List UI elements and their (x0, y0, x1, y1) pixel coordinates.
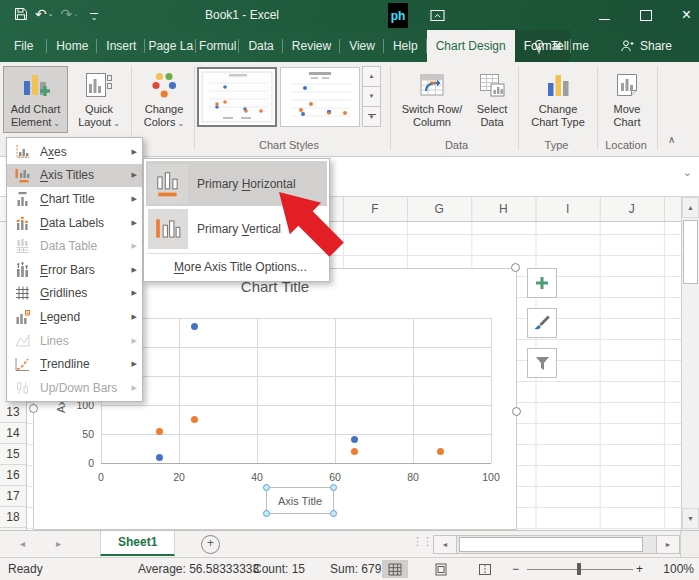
column-header-f[interactable]: F (343, 197, 407, 221)
save-button[interactable] (14, 7, 28, 21)
collapse-ribbon-button[interactable]: ∧ (668, 134, 675, 145)
ribbon-display-options-button[interactable] (430, 8, 445, 26)
row-header-16[interactable]: 16 (0, 465, 26, 486)
page-break-view-button[interactable] (472, 560, 498, 578)
chart-filters-button[interactable] (527, 348, 557, 378)
menu-item-gridlines[interactable]: Gridlines▶ (7, 282, 142, 306)
row-header-18[interactable]: 18 (0, 507, 26, 528)
row-header-14[interactable]: 14 (0, 423, 26, 444)
menu-item-legend[interactable]: Legend▶ (7, 305, 142, 329)
chart-style-thumbnail-1[interactable] (197, 67, 277, 127)
zoom-level[interactable]: 100% (656, 562, 694, 576)
horizontal-scrollbar[interactable] (456, 535, 657, 554)
resize-handle[interactable] (263, 484, 270, 491)
data-point[interactable] (351, 436, 358, 443)
tab-file[interactable]: File (0, 30, 47, 62)
gallery-more-button[interactable]: ▼ (362, 106, 381, 127)
data-point[interactable] (437, 448, 444, 455)
menu-item-data-labels[interactable]: Data Labels▶ (7, 211, 142, 235)
gallery-down-button[interactable]: ▼ (362, 86, 381, 107)
scroll-up-button[interactable]: ▲ (682, 197, 699, 218)
data-point[interactable] (191, 323, 198, 330)
row-header-15[interactable]: 15 (0, 444, 26, 465)
menu-item-axis-titles[interactable]: Axis Titles▶ (7, 164, 142, 188)
gallery-up-button[interactable]: ▲ (362, 66, 381, 87)
chart-elements-button[interactable] (527, 268, 557, 298)
chart-selection-handle[interactable] (511, 263, 520, 272)
quick-layout-button[interactable]: Quick Layout⌄ (70, 66, 128, 133)
tab-page-la[interactable]: Page La (145, 30, 196, 62)
menu-item-trendline[interactable]: Trendline▶ (7, 352, 142, 376)
minimize-button[interactable] (599, 11, 610, 20)
data-point[interactable] (156, 428, 163, 435)
normal-view-button[interactable] (382, 560, 408, 578)
menu-item-chart-title[interactable]: Chart Title▶ (7, 187, 142, 211)
next-sheet-button[interactable]: ▸ (56, 538, 61, 549)
column-header-g[interactable]: G (407, 197, 471, 221)
tab-scroll-splitter[interactable]: ⋮⋮ (412, 535, 432, 548)
resize-handle[interactable] (263, 510, 270, 517)
data-point[interactable] (156, 454, 163, 461)
add-chart-element-button[interactable]: Add Chart Element⌄ (3, 66, 68, 133)
menu-item-error-bars[interactable]: Error Bars▶ (7, 258, 142, 282)
formula-bar-expand-icon[interactable]: ⌄ (683, 166, 692, 179)
switch-row-column-button[interactable]: Switch Row/ Column (398, 66, 466, 133)
zoom-out-button[interactable]: − (512, 562, 519, 576)
redo-button[interactable]: ↷⌄ (61, 4, 80, 24)
chart-selection-handle[interactable] (512, 407, 521, 416)
column-header-h[interactable]: H (471, 197, 535, 221)
vertical-scroll-thumb[interactable] (683, 220, 698, 284)
data-point[interactable] (191, 416, 198, 423)
menu-item-axes[interactable]: Axes▶ (7, 140, 142, 164)
zoom-in-button[interactable]: + (636, 562, 643, 576)
page-layout-view-button[interactable] (428, 560, 454, 578)
horizontal-scroll-thumb[interactable] (459, 537, 643, 552)
menu-item-lines[interactable]: Lines▶ (7, 329, 142, 353)
group-label-chart-styles: Chart Styles (197, 139, 381, 151)
move-chart-button[interactable]: Move Chart (601, 66, 653, 133)
column-header-i[interactable]: I (536, 197, 600, 221)
maximize-button[interactable] (640, 10, 652, 21)
resize-handle[interactable] (330, 510, 337, 517)
up-down-bars-icon (12, 380, 33, 396)
scroll-down-button[interactable]: ▼ (682, 508, 699, 529)
tab-review[interactable]: Review (283, 30, 340, 62)
menu-item-data-table[interactable]: Data Table▶ (7, 234, 142, 258)
tab-formul[interactable]: Formul (196, 30, 239, 62)
column-header-j[interactable]: J (600, 197, 664, 221)
row-header-17[interactable]: 17 (0, 486, 26, 507)
zoom-slider-thumb[interactable] (577, 563, 581, 575)
undo-button[interactable]: ↶⌄ (35, 4, 54, 24)
tell-me-button[interactable]: Tell me (533, 30, 589, 62)
share-button[interactable]: Share (620, 30, 672, 62)
gridline-y-200 (101, 347, 491, 348)
scroll-left-button[interactable]: ◄ (433, 535, 457, 554)
tab-help[interactable]: Help (384, 30, 427, 62)
data-point[interactable] (351, 448, 358, 455)
horizontal-axis-title-box[interactable]: Axis Title (266, 487, 334, 514)
menu-item-up-down-bars[interactable]: Up/Down Bars▶ (7, 376, 142, 400)
chart-style-thumbnail-2[interactable] (280, 67, 360, 127)
resize-handle[interactable] (330, 484, 337, 491)
row-header-13[interactable]: 13 (0, 402, 26, 423)
previous-sheet-button[interactable]: ◂ (20, 538, 25, 549)
vertical-scrollbar[interactable]: ▲ ▼ (681, 197, 699, 530)
select-data-button[interactable]: Select Data (468, 66, 516, 133)
close-button[interactable]: × (682, 7, 691, 23)
customize-quick-access-button[interactable]: ⌄ (90, 8, 98, 20)
tab-data[interactable]: Data (239, 30, 282, 62)
change-colors-button[interactable]: Change Colors⌄ (136, 66, 192, 133)
quick-access-toolbar: ↶⌄ ↷⌄ ⌄ (14, 4, 98, 24)
chart-styles-button[interactable] (527, 308, 557, 338)
chart-selection-handle[interactable] (29, 404, 38, 413)
tab-insert[interactable]: Insert (97, 30, 145, 62)
tab-chart-design[interactable]: Chart Design (427, 30, 515, 62)
tab-view[interactable]: View (340, 30, 384, 62)
sheet-tab-sheet1[interactable]: Sheet1 (100, 531, 175, 556)
new-sheet-button[interactable]: + (201, 535, 220, 554)
scroll-right-button[interactable]: ► (656, 535, 680, 554)
change-chart-type-button[interactable]: Change Chart Type (521, 66, 595, 133)
menu-item-label: Chart Title (40, 192, 132, 206)
x-tick-label: 60 (321, 471, 349, 483)
tab-home[interactable]: Home (47, 30, 97, 62)
